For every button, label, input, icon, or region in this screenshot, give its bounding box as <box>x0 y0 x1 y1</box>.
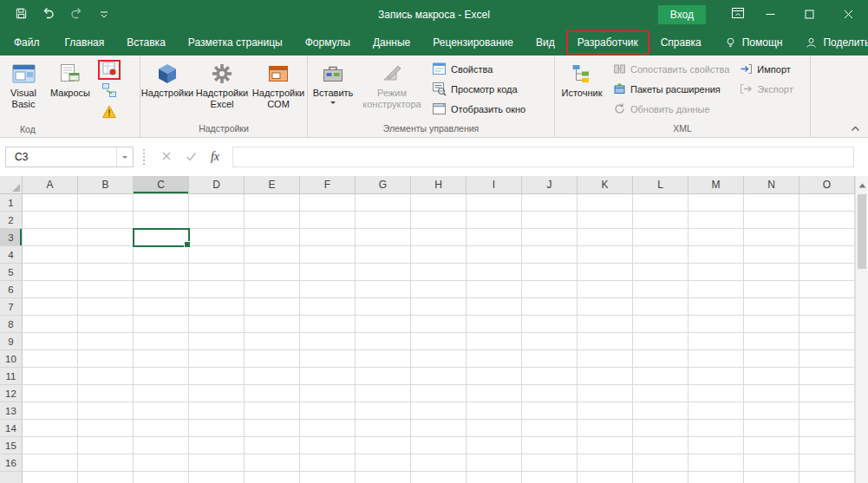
save-button[interactable] <box>8 2 34 28</box>
customize-quick-access-button[interactable] <box>91 2 117 28</box>
cell-K8[interactable] <box>578 316 633 333</box>
column-header-F[interactable]: F <box>300 176 356 194</box>
cell-I9[interactable] <box>467 333 522 350</box>
cell-I16[interactable] <box>467 454 522 472</box>
cell-D4[interactable] <box>189 246 245 264</box>
cell-K3[interactable] <box>578 229 633 246</box>
cell-M9[interactable] <box>689 333 744 350</box>
cell-G13[interactable] <box>356 402 411 420</box>
cell-C14[interactable] <box>134 420 189 437</box>
cell-F2[interactable] <box>300 212 356 229</box>
row-header-14[interactable]: 14 <box>0 420 23 437</box>
row-header-6[interactable]: 6 <box>0 281 23 298</box>
cell-E12[interactable] <box>245 385 300 402</box>
cell-F10[interactable] <box>300 350 356 368</box>
cell-J9[interactable] <box>522 333 578 350</box>
insert-control-button[interactable]: Вставить <box>309 57 357 107</box>
cell-I6[interactable] <box>467 281 522 298</box>
cell-B5[interactable] <box>78 264 134 281</box>
cell-K10[interactable] <box>578 350 633 368</box>
cell-K14[interactable] <box>578 420 633 437</box>
cell-F11[interactable] <box>300 368 356 385</box>
cell-E13[interactable] <box>245 402 300 420</box>
cell-E[interactable] <box>245 472 300 483</box>
cell-L11[interactable] <box>633 368 689 385</box>
row-header-2[interactable]: 2 <box>0 212 23 229</box>
cell-F15[interactable] <box>300 437 356 454</box>
cell-I7[interactable] <box>467 298 522 316</box>
cell-H8[interactable] <box>411 316 467 333</box>
name-box[interactable]: C3 <box>5 147 134 167</box>
cell-D16[interactable] <box>189 454 245 472</box>
cell-D15[interactable] <box>189 437 245 454</box>
cell-C16[interactable] <box>134 454 189 472</box>
cell-L1[interactable] <box>633 194 689 212</box>
cell-E7[interactable] <box>245 298 300 316</box>
cell-A10[interactable] <box>23 350 78 368</box>
cell-I1[interactable] <box>467 194 522 212</box>
cell-D5[interactable] <box>189 264 245 281</box>
cell-I4[interactable] <box>467 246 522 264</box>
cell-E16[interactable] <box>245 454 300 472</box>
excel-addins-button[interactable]: Надстройки Excel <box>193 57 251 110</box>
cell-G3[interactable] <box>356 229 411 246</box>
cell-N5[interactable] <box>744 264 799 281</box>
tab-view[interactable]: Вид <box>525 29 566 55</box>
cell-D11[interactable] <box>189 368 245 385</box>
cell-F9[interactable] <box>300 333 356 350</box>
cell-N1[interactable] <box>744 194 799 212</box>
cell-A6[interactable] <box>23 281 78 298</box>
column-header-E[interactable]: E <box>245 176 300 194</box>
column-header-L[interactable]: L <box>633 176 689 194</box>
row-header-13[interactable]: 13 <box>0 402 23 420</box>
row-header-12[interactable]: 12 <box>0 385 23 402</box>
cell-G11[interactable] <box>356 368 411 385</box>
cell-O2[interactable] <box>799 212 855 229</box>
cell-A12[interactable] <box>23 385 78 402</box>
cell-G10[interactable] <box>356 350 411 368</box>
cell-J5[interactable] <box>522 264 578 281</box>
cell-G12[interactable] <box>356 385 411 402</box>
cell-E6[interactable] <box>245 281 300 298</box>
cell-F16[interactable] <box>300 454 356 472</box>
cell-D2[interactable] <box>189 212 245 229</box>
cell-N14[interactable] <box>744 420 799 437</box>
cell-M1[interactable] <box>689 194 744 212</box>
cancel-entry-button[interactable] <box>154 147 179 167</box>
cell-A9[interactable] <box>23 333 78 350</box>
cell-F3[interactable] <box>300 229 356 246</box>
column-header-D[interactable]: D <box>189 176 245 194</box>
name-box-dropdown[interactable] <box>116 147 133 166</box>
cell-I13[interactable] <box>467 402 522 420</box>
cell-C11[interactable] <box>134 368 189 385</box>
cell-B11[interactable] <box>78 368 134 385</box>
cell-B14[interactable] <box>78 420 134 437</box>
cell-O4[interactable] <box>799 246 855 264</box>
row-header-partial[interactable] <box>0 472 23 483</box>
cell-B13[interactable] <box>78 402 134 420</box>
cell-C8[interactable] <box>134 316 189 333</box>
export-button[interactable]: Экспорт <box>736 81 796 98</box>
tell-me-button[interactable]: Помощн <box>713 29 794 55</box>
cell-H16[interactable] <box>411 454 467 472</box>
com-addins-button[interactable]: Надстройки COM <box>251 57 306 110</box>
cell-M12[interactable] <box>689 385 744 402</box>
cell-C15[interactable] <box>134 437 189 454</box>
cell-H12[interactable] <box>411 385 467 402</box>
cell-F8[interactable] <box>300 316 356 333</box>
cell-D14[interactable] <box>189 420 245 437</box>
addins-button[interactable]: Надстройки <box>141 57 193 99</box>
cell-N11[interactable] <box>744 368 799 385</box>
cell-L6[interactable] <box>633 281 689 298</box>
cell-D[interactable] <box>189 472 245 483</box>
cell-C9[interactable] <box>134 333 189 350</box>
tab-home[interactable]: Главная <box>54 29 116 55</box>
cell-H[interactable] <box>411 472 467 483</box>
cell-C2[interactable] <box>134 212 189 229</box>
cell-E10[interactable] <box>245 350 300 368</box>
close-button[interactable] <box>829 0 868 29</box>
cell-K[interactable] <box>578 472 633 483</box>
cell-L16[interactable] <box>633 454 689 472</box>
cell-N13[interactable] <box>744 402 799 420</box>
cell-J12[interactable] <box>522 385 578 402</box>
